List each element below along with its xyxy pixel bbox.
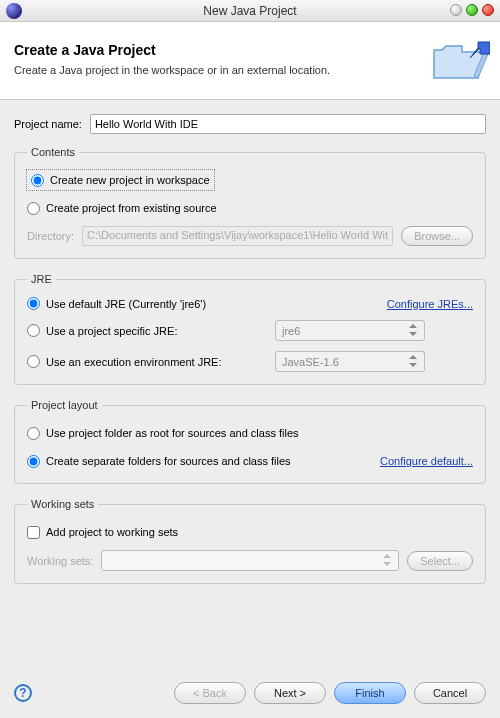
env-jre-value: JavaSE-1.6 [282, 356, 339, 368]
svg-marker-3 [409, 332, 417, 336]
main-content: Project name: Contents Create new projec… [0, 100, 500, 604]
project-layout-legend: Project layout [27, 399, 102, 411]
contents-legend: Contents [27, 146, 79, 158]
working-sets-legend: Working sets [27, 498, 98, 510]
radio-existing-source[interactable] [27, 202, 40, 215]
project-name-label: Project name: [14, 118, 82, 130]
radio-existing-source-label: Create project from existing source [46, 202, 217, 214]
working-sets-combo [101, 550, 399, 571]
radio-separate-folders[interactable] [27, 455, 40, 468]
page-subtitle: Create a Java project in the workspace o… [14, 64, 486, 76]
chevron-updown-icon [406, 323, 420, 338]
working-sets-group: Working sets Add project to working sets… [14, 498, 486, 584]
directory-label: Directory: [27, 230, 74, 242]
folder-arrow-icon [432, 34, 490, 84]
window-title: New Java Project [0, 4, 500, 18]
help-icon[interactable]: ? [14, 684, 32, 702]
directory-field: C:\Documents and Settings\Vijay\workspac… [82, 226, 393, 246]
svg-marker-7 [383, 562, 391, 566]
env-jre-combo[interactable]: JavaSE-1.6 [275, 351, 425, 372]
close-icon[interactable] [482, 4, 494, 16]
configure-jres-link[interactable]: Configure JREs... [387, 298, 473, 310]
cancel-button[interactable]: Cancel [414, 682, 486, 704]
radio-default-jre-label: Use default JRE (Currently 'jre6') [46, 298, 206, 310]
radio-root-folder[interactable] [27, 427, 40, 440]
radio-env-jre[interactable] [27, 355, 40, 368]
svg-marker-6 [383, 554, 391, 558]
eclipse-icon [6, 3, 22, 19]
back-button[interactable]: < Back [174, 682, 246, 704]
radio-new-project-label: Create new project in workspace [50, 174, 210, 186]
radio-env-jre-label: Use an execution environment JRE: [46, 356, 221, 368]
radio-separate-folders-label: Create separate folders for sources and … [46, 455, 291, 467]
project-layout-group: Project layout Use project folder as roo… [14, 399, 486, 484]
jre-group: JRE Use default JRE (Currently 'jre6') C… [14, 273, 486, 385]
chevron-updown-icon [406, 354, 420, 369]
titlebar: New Java Project [0, 0, 500, 22]
svg-marker-4 [409, 355, 417, 359]
chevron-updown-icon [380, 553, 394, 568]
contents-group: Contents Create new project in workspace… [14, 146, 486, 259]
wizard-banner: Create a Java Project Create a Java proj… [0, 22, 500, 100]
radio-specific-jre-label: Use a project specific JRE: [46, 325, 177, 337]
radio-default-jre[interactable] [27, 297, 40, 310]
finish-button[interactable]: Finish [334, 682, 406, 704]
specific-jre-combo[interactable]: jre6 [275, 320, 425, 341]
working-sets-label: Working sets: [27, 555, 93, 567]
svg-marker-5 [409, 363, 417, 367]
jre-legend: JRE [27, 273, 56, 285]
page-title: Create a Java Project [14, 42, 486, 58]
browse-button[interactable]: Browse... [401, 226, 473, 246]
specific-jre-value: jre6 [282, 325, 300, 337]
radio-new-project[interactable] [31, 174, 44, 187]
project-name-input[interactable] [90, 114, 486, 134]
select-button[interactable]: Select... [407, 551, 473, 571]
svg-marker-2 [409, 324, 417, 328]
configure-default-link[interactable]: Configure default... [380, 455, 473, 467]
radio-specific-jre[interactable] [27, 324, 40, 337]
wizard-footer: ? < Back Next > Finish Cancel [0, 670, 500, 718]
checkbox-add-working-set-label: Add project to working sets [46, 526, 178, 538]
zoom-icon[interactable] [466, 4, 478, 16]
minimize-icon[interactable] [450, 4, 462, 16]
next-button[interactable]: Next > [254, 682, 326, 704]
window-controls [450, 4, 494, 16]
checkbox-add-working-set[interactable] [27, 526, 40, 539]
radio-root-folder-label: Use project folder as root for sources a… [46, 427, 299, 439]
